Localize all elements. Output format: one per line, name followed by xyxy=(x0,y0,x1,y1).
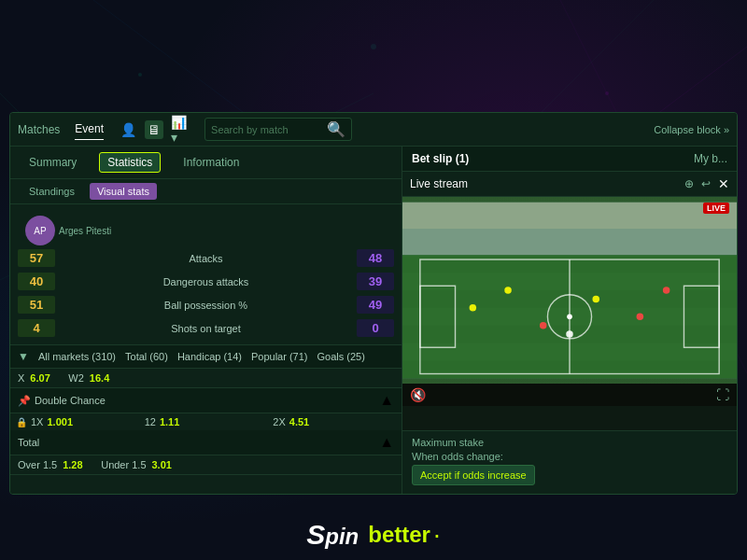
stream-move-icon[interactable]: ⊕ xyxy=(684,177,694,190)
stream-bottom-controls: 🔇 ⛶ xyxy=(402,384,737,406)
mute-button[interactable]: 🔇 xyxy=(410,387,426,402)
stream-close-button[interactable]: ✕ xyxy=(718,176,729,191)
markets-bar: ▼ All markets (310) Total (60) Handicap … xyxy=(10,344,402,369)
double-chance-row: 🔒 1X 1.001 12 1.11 2X 4.51 xyxy=(10,413,402,430)
user-icon[interactable]: 👤 xyxy=(119,120,137,139)
logo-dot: · xyxy=(433,520,441,550)
dc-label-1x: 1X xyxy=(31,416,43,427)
stat-label-1: Dangerous attacks xyxy=(59,276,353,287)
w2-odds[interactable]: 16.4 xyxy=(90,372,122,384)
under-odds[interactable]: 3.01 xyxy=(152,459,185,470)
markets-chevron[interactable]: ▼ xyxy=(18,350,29,363)
total-tag[interactable]: Total (60) xyxy=(125,351,168,362)
double-chance-label: Double Chance xyxy=(35,395,106,406)
stats-type-tabs: Standings Visual stats xyxy=(10,179,402,204)
stream-controls: ⊕ ↩ ✕ xyxy=(684,176,729,191)
all-markets-tag[interactable]: All markets (310) xyxy=(38,351,116,362)
logo-spin-text: Spin xyxy=(306,519,359,551)
collapse-button[interactable]: Collapse block » xyxy=(654,124,729,135)
live-badge: LIVE xyxy=(703,203,729,214)
handicap-tag[interactable]: Handicap (14) xyxy=(177,351,242,362)
double-chance-title: 📌 Double Chance xyxy=(18,395,106,407)
svg-point-23 xyxy=(470,304,477,312)
team-area: AP Arges Pitesti xyxy=(18,212,394,249)
max-stake-label: Maximum stake xyxy=(412,437,484,448)
spinbetter-logo: Spin better · xyxy=(306,519,440,551)
tab-event[interactable]: Event xyxy=(75,119,104,140)
top-nav: Matches Event 👤 🖥 📊 ▾ 🔍 Collapse block » xyxy=(10,113,737,147)
goals-tag[interactable]: Goals (25) xyxy=(317,351,365,362)
stat-label-0: Attacks xyxy=(59,253,353,264)
double-chance-chevron[interactable]: ▲ xyxy=(379,392,394,409)
tab-matches[interactable]: Matches xyxy=(18,119,60,140)
stats-row-1: 40 Dangerous attacks 39 xyxy=(18,273,394,290)
odds-section: X 6.07 W2 16.4 📌 Double Chance ▲ � xyxy=(10,369,402,494)
svg-point-27 xyxy=(637,313,644,320)
stat-left-0: 57 xyxy=(18,249,55,267)
live-stream-label: Live stream xyxy=(410,177,468,190)
left-panel: Summary Statistics Information Standings… xyxy=(10,147,402,494)
svg-point-24 xyxy=(504,287,512,294)
football-field: LIVE xyxy=(402,197,737,384)
logo-better-text: better xyxy=(368,522,430,548)
w2-label: W2 xyxy=(68,372,84,384)
bet-slip-bottom: Maximum stake When odds change: Accept i… xyxy=(402,430,737,494)
team-name: Arges Pitesti xyxy=(59,226,111,236)
dc-item-12: 12 1.11 xyxy=(145,416,268,427)
nav-icons: 👤 🖥 📊 ▾ xyxy=(119,120,190,139)
field-svg xyxy=(402,197,737,384)
stream-left-controls: 🔇 xyxy=(410,387,426,402)
stream-back-icon[interactable]: ↩ xyxy=(701,177,711,190)
team-logo: AP xyxy=(25,216,55,245)
bet-slip-title: Bet slip (1) xyxy=(412,152,469,165)
stats-row-3: 4 Shots on target 0 xyxy=(18,319,394,337)
stat-right-0: 48 xyxy=(357,249,394,267)
x-odds[interactable]: 6.07 xyxy=(30,372,63,384)
stat-label-3: Shots on target xyxy=(59,323,353,334)
dc-odds-2x[interactable]: 4.51 xyxy=(289,416,309,427)
stat-right-1: 39 xyxy=(357,273,394,290)
total-title: Total xyxy=(18,437,39,448)
svg-point-28 xyxy=(663,287,670,294)
dc-label-2x: 2X xyxy=(273,416,285,427)
total-label: Total xyxy=(18,437,39,448)
tab-standings[interactable]: Standings xyxy=(21,183,82,200)
dc-item-1x: 🔒 1X 1.001 xyxy=(16,416,139,427)
stat-left-3: 4 xyxy=(18,319,55,337)
dc-odds-1x[interactable]: 1.001 xyxy=(47,416,73,427)
search-bar[interactable]: 🔍 xyxy=(204,118,352,141)
stats-row-0: 57 Attacks 48 xyxy=(18,249,394,267)
x-label: X xyxy=(18,372,24,384)
accept-odds-button[interactable]: Accept if odds increase xyxy=(412,465,535,485)
dc-item-2x: 2X 4.51 xyxy=(273,416,396,427)
monitor-icon[interactable]: 🖥 xyxy=(145,120,163,139)
total-market-header: Total ▲ xyxy=(10,430,402,455)
svg-point-30 xyxy=(567,314,572,319)
stat-right-3: 0 xyxy=(357,319,394,337)
chart-icon[interactable]: 📊 ▾ xyxy=(171,120,190,139)
pin-icon: 📌 xyxy=(18,395,31,407)
tab-information[interactable]: Information xyxy=(176,153,247,172)
search-input[interactable] xyxy=(211,124,323,135)
total-chevron[interactable]: ▲ xyxy=(379,434,394,451)
stat-left-1: 40 xyxy=(18,273,55,290)
over-odds[interactable]: 1.28 xyxy=(63,459,95,470)
tab-statistics[interactable]: Statistics xyxy=(99,152,161,173)
svg-point-6 xyxy=(138,73,142,77)
tab-visual-stats[interactable]: Visual stats xyxy=(90,183,157,200)
dc-odds-12[interactable]: 1.11 xyxy=(160,416,179,427)
tab-summary[interactable]: Summary xyxy=(21,153,84,172)
main-market-row: X 6.07 W2 16.4 xyxy=(10,369,402,388)
total-odds-row: Over 1.5 1.28 Under 1.5 3.01 xyxy=(10,455,402,475)
popular-tag[interactable]: Popular (71) xyxy=(251,351,308,362)
my-bets-tab[interactable]: My b... xyxy=(694,152,727,165)
content-area: Summary Statistics Information Standings… xyxy=(10,147,737,494)
under-label: Under 1.5 xyxy=(101,459,146,470)
accept-odds-row: Accept if odds increase xyxy=(412,465,727,485)
svg-rect-12 xyxy=(402,203,737,256)
right-panel: Bet slip (1) My b... Live stream ⊕ ↩ ✕ xyxy=(402,147,737,494)
stats-content: AP Arges Pitesti 57 Attacks 48 40 Danger… xyxy=(10,204,402,344)
fullscreen-button[interactable]: ⛶ xyxy=(716,387,729,402)
max-stake-row: Maximum stake xyxy=(412,437,727,448)
over-label: Over 1.5 xyxy=(18,459,57,470)
